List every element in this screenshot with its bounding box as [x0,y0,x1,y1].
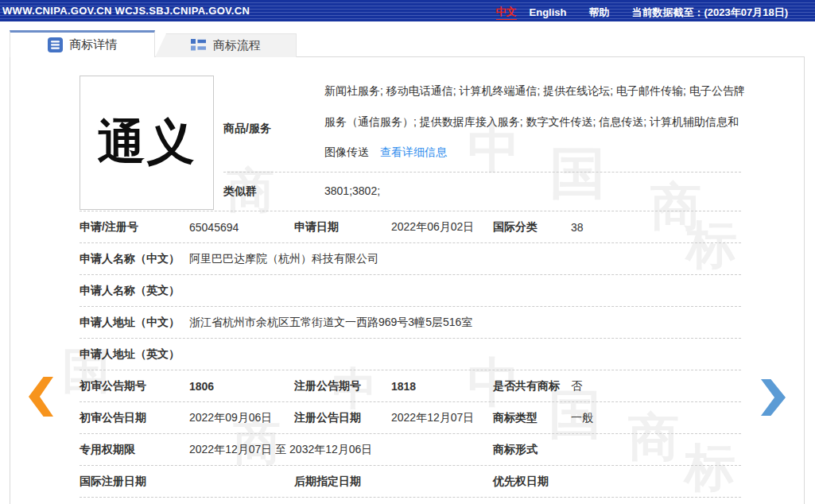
trademark-detail-panel: 中 国 商 商 标 国 中 中 国 商 商 标 通义 商品/服务 新闻社服务; … [10,56,805,504]
top-bar: WWW.CNIPA.GOV.CN WCJS.SBJ.CNIPA.GOV.CN 中… [0,0,815,21]
field-value: 1818 [391,380,493,393]
field-label: 是否共有商标 [493,379,571,394]
tab-label: 商标流程 [213,38,261,53]
field-value: 2022年06月02日 [391,220,493,235]
site-domains: WWW.CNIPA.GOV.CN WCJS.SBJ.CNIPA.GOV.CN [2,5,250,17]
field-label: 申请/注册号 [80,220,189,235]
field-value: 一般 [571,411,741,425]
field-label: 申请人名称（中文） [80,252,189,266]
table-row: 初审公告日期 2022年09月06日 注册公告日期 2022年12月07日 商标… [80,402,741,434]
field-label: 注册公告日期 [294,411,391,425]
field-label: 商标形式 [493,443,571,457]
data-cutoff-date: 当前数据截至：(2023年07月18日) [632,6,789,20]
row-divider [223,172,741,173]
table-row: 申请/注册号 65045694 申请日期 2022年06月02日 国际分类 38 [80,211,741,243]
field-value: 65045694 [189,221,294,234]
table-row: 申请人地址（英文） [80,339,741,370]
tab-trademark-process[interactable]: 商标流程 [155,33,297,57]
tab-trademark-details[interactable]: 商标详情 [10,30,155,57]
trademark-text: 通义 [98,110,196,175]
table-row: 国际注册日期 后期指定日期 优先权日期 [80,466,741,498]
field-label: 初审公告期号 [80,379,189,394]
field-label: 国际注册日期 [80,475,189,489]
field-label: 后期指定日期 [294,475,391,489]
tab-label: 商标详情 [70,37,118,52]
similar-group-label: 类似群 [223,184,257,199]
table-row: 专用权期限 2022年12月07日 至 2032年12月06日 商标形式 [80,434,741,466]
field-label: 优先权日期 [493,475,571,489]
field-value: 浙江省杭州市余杭区五常街道文一西路969号3幢5层516室 [189,316,741,330]
process-list-icon [191,39,206,52]
trademark-image[interactable]: 通义 [80,76,214,210]
lang-chinese-link[interactable]: 中文 [496,5,517,20]
field-label: 申请日期 [294,220,391,235]
similar-group-value: 3801;3802; [324,184,380,197]
fields-table: 申请/注册号 65045694 申请日期 2022年06月02日 国际分类 38… [80,211,741,498]
view-details-link[interactable]: 查看详细信息 [380,145,447,158]
field-value: 阿里巴巴达摩院（杭州）科技有限公司 [189,252,741,266]
field-label: 国际分类 [493,220,571,235]
field-label: 注册公告期号 [294,379,391,394]
field-value: 1806 [189,380,294,393]
table-row: 初审公告期号 1806 注册公告期号 1818 是否共有商标 否 [80,370,741,402]
field-value: 否 [571,379,741,394]
table-row: 申请人名称（英文） [80,275,741,307]
field-value: 38 [571,221,741,234]
field-label: 初审公告日期 [80,411,189,425]
table-row: 申请人地址（中文） 浙江省杭州市余杭区五常街道文一西路969号3幢5层516室 [80,307,741,339]
field-label: 申请人地址（中文） [80,316,189,330]
field-value: 2022年09月06日 [189,411,294,425]
lang-english-link[interactable]: English [530,6,567,18]
goods-services-label: 商品/服务 [223,122,271,136]
goods-services-value: 新闻社服务; 移动电话通信; 计算机终端通信; 提供在线论坛; 电子邮件传输; … [324,76,749,168]
field-label: 专用权期限 [80,443,189,457]
field-label: 申请人名称（英文） [80,284,189,298]
field-label: 申请人地址（英文） [80,347,189,362]
table-row: 申请人名称（中文） 阿里巴巴达摩院（杭州）科技有限公司 [80,243,741,275]
field-value: 2022年12月07日 [391,411,493,425]
help-link[interactable]: 帮助 [589,6,610,20]
detail-list-icon [48,37,63,52]
field-label: 商标类型 [493,411,571,425]
field-value: 2022年12月07日 至 2032年12月06日 [189,443,493,457]
